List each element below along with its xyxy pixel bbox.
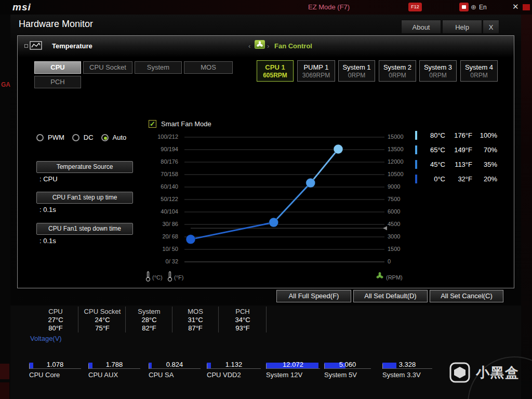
voltage-value: 0.824 [149,361,201,368]
legend-row: 65°C149°F70% [415,145,497,154]
globe-icon: ⊕ [471,3,476,11]
smart-fan-checkbox[interactable]: ✓ [149,120,156,128]
y-axis-left-label: 60/140 [137,183,178,190]
legend-color-bar [415,131,417,140]
voltage-value: 5.060 [324,361,371,368]
fan-button-system-3[interactable]: System 30RPM [419,60,457,82]
fan-curve-point-3[interactable] [334,144,343,154]
temp-status-fahrenheit: 75°F [79,324,126,332]
backdrop-decor [523,4,530,10]
fan-rpm: 0RPM [389,72,406,79]
temp-status-fahrenheit: 87°F [172,324,219,332]
legend-color-bar [415,145,417,154]
voltage-gauge-system-3-3v: 3.328System 3.3V [382,361,432,382]
voltage-label: CPU AUX [88,371,118,379]
voltage-gauge-cpu-vdd2: 1.132CPU VDD2 [207,361,261,382]
thermometer-fahrenheit-icon [167,271,173,282]
fan-button-system-4[interactable]: System 40RPM [460,60,498,82]
temp-tab-cpu[interactable]: CPU [34,61,81,74]
y-axis-left-label: 20/ 68 [137,233,178,240]
voltage-track-line [207,368,261,369]
fan-rpm: 605RPM [263,72,287,79]
setting-button-temperature-source[interactable]: Temperature Source [36,161,133,173]
legend-celsius: 80°C [422,131,445,139]
about-button[interactable]: About [401,20,441,34]
temp-status-pch: PCH34°C93°F [219,308,266,332]
temp-tab-pch[interactable]: PCH [34,76,81,88]
voltage-label: CPU VDD2 [207,371,241,379]
temp-status-cpu-socket: CPU Socket24°C75°F [79,308,126,332]
temp-tab-cpu-socket[interactable]: CPU Socket [83,61,132,74]
help-button[interactable]: Help [442,20,482,34]
fan-name: System 2 [383,63,411,71]
fan-rpm: 0RPM [348,72,365,79]
mode-radio-pwm[interactable]: PWM [36,134,64,141]
fan-mode-radio-group: PWMDCAuto [36,134,126,141]
current-temp-handle[interactable] [383,226,387,230]
temp-status-celsius: 27°C [32,316,79,324]
fan-curve-point-1[interactable] [269,218,278,227]
legend-fahrenheit: 113°F [445,161,472,168]
fan-curve-segment [311,149,338,183]
voltage-label: System 3.3V [382,371,421,379]
temp-status-system: System28°C82°F [126,308,172,332]
legend-percent: 70% [472,146,497,154]
language-selector[interactable]: En [479,4,487,11]
action-all-set-default-d[interactable]: All Set Default(D) [353,290,428,302]
temp-status-mos: MOS31°C87°F [172,308,219,332]
voltage-gauge-system-12v: 12.072System 12V [266,361,320,382]
legend-color-bar [415,175,417,183]
setting-value-cpu-fan1-step-down-time: : 0.1s [39,237,56,245]
screenshot-f12-icon[interactable]: F12 [408,3,422,11]
fan-button-cpu-1[interactable]: CPU 1605RPM [257,60,294,82]
media-icon[interactable] [459,3,469,11]
rpm-fan-icon [376,272,384,280]
fan-name: PUMP 1 [303,63,328,71]
bios-close-icon[interactable]: ✕ [512,2,519,11]
msi-logo: msi [12,2,31,13]
temp-status-label: CPU [32,308,79,316]
temp-status-cpu: CPU27°C80°F [32,308,79,332]
voltage-gauge-cpu-core: 1.078CPU Core [29,361,81,382]
fan-button-system-2[interactable]: System 20RPM [379,60,416,82]
mode-radio-dc[interactable]: DC [72,134,94,141]
temperature-section-title: Temperature [52,42,92,50]
voltage-gauge-cpu-sa: 0.824CPU SA [149,361,201,382]
y-axis-left-label: 90/194 [137,146,178,152]
y-axis-right-label: 12000 [388,158,404,165]
radio-circle-icon [72,134,79,141]
fan-control-section-title: Fan Control [274,42,312,50]
fan-button-system-1[interactable]: System 10RPM [338,60,375,82]
setting-button-cpu-fan1-step-down-time[interactable]: CPU Fan1 step down time [36,223,133,235]
y-axis-left-label: 70/158 [137,171,178,177]
radio-circle-icon [101,134,109,141]
temp-status-fahrenheit: 80°F [32,324,79,332]
fan-button-pump-1[interactable]: PUMP 13069RPM [297,60,335,82]
close-button[interactable]: X [483,20,499,34]
temp-tab-mos[interactable]: MOS [184,61,233,74]
collapse-icon[interactable] [24,44,28,48]
voltage-label: CPU SA [149,371,174,379]
y-axis-right-label: 3000 [388,233,400,240]
radio-label: PWM [48,134,64,141]
fan-curve-point-2[interactable] [306,178,315,188]
setting-button-cpu-fan1-step-up-time[interactable]: CPU Fan1 step up time [36,192,133,204]
action-all-full-speed-f[interactable]: All Full Speed(F) [276,290,351,302]
chevron-right-icon[interactable]: › [267,42,269,50]
temp-status-celsius: 31°C [172,316,219,324]
voltage-value: 1.132 [207,361,261,368]
mode-radio-auto[interactable]: Auto [101,134,127,141]
voltage-track-line [29,368,81,369]
chevron-left-icon[interactable]: ‹ [248,42,250,50]
temp-tab-system[interactable]: System [135,61,182,74]
temp-column-separator [266,307,267,332]
ez-mode-button[interactable]: EZ Mode (F7) [308,3,350,11]
voltage-label: System 12V [266,371,302,379]
legend-row: 0°C32°F20% [415,175,497,183]
voltage-track-line [149,368,201,369]
temp-column-separator [125,307,126,332]
legend-percent: 20% [472,175,497,183]
fan-curve-point-0[interactable] [186,235,195,244]
y-axis-left-label: 0/ 32 [137,258,178,264]
action-all-set-cancel-c[interactable]: All Set Cancel(C) [430,290,503,302]
